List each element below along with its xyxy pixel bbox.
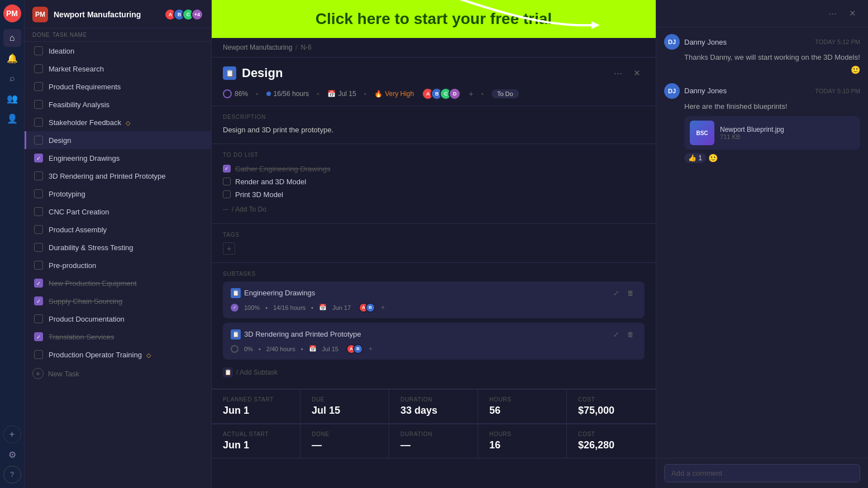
task-checkbox[interactable] xyxy=(34,261,43,270)
subtask-open-icon[interactable]: ⤢ xyxy=(610,328,622,341)
add-reaction-button[interactable]: 🙂 xyxy=(851,65,860,74)
comment-time: TODAY 5:10 PM xyxy=(815,88,860,94)
file-info: Newport Blueprint.jpg 711 KB xyxy=(720,126,784,140)
task-checkbox[interactable] xyxy=(34,118,43,127)
main-content: Click here to start your free trial Newp… xyxy=(212,0,656,488)
question-icon[interactable]: ? xyxy=(3,466,21,484)
add-todo-button[interactable]: — / Add To Do xyxy=(223,203,645,216)
more-options-icon[interactable]: ⋯ xyxy=(610,65,626,81)
task-checkbox[interactable] xyxy=(34,314,43,323)
app-logo[interactable]: PM xyxy=(3,4,21,22)
breadcrumb-project[interactable]: Newport Manufacturing xyxy=(223,44,292,51)
tags-block: TAGS + xyxy=(212,224,656,263)
task-item[interactable]: Product Assembly xyxy=(25,221,211,238)
settings-icon[interactable]: ⚙ xyxy=(3,446,21,463)
add-reaction-button[interactable]: 🙂 xyxy=(708,154,718,162)
promo-banner[interactable]: Click here to start your free trial xyxy=(212,0,656,38)
due-label: DUE xyxy=(312,396,378,403)
task-item[interactable]: Durability & Stress Testing xyxy=(25,238,211,256)
todo-item: Print 3D Model xyxy=(223,188,645,201)
subtask-delete-icon[interactable]: 🗑 xyxy=(624,287,637,299)
comment-input-area xyxy=(656,458,868,488)
task-checkbox[interactable]: ✓ xyxy=(34,279,43,288)
sidebar-close-icon[interactable]: ✕ xyxy=(845,6,860,21)
todo-checkbox[interactable] xyxy=(223,178,231,185)
bell-icon[interactable]: 🔔 xyxy=(3,49,21,67)
task-checkbox[interactable] xyxy=(34,225,43,234)
top-bar-icons: ⋯ ✕ xyxy=(610,65,645,81)
task-item[interactable]: ✓ Translation Services xyxy=(25,328,211,346)
task-item[interactable]: Pre-production xyxy=(25,256,211,274)
task-item[interactable]: 3D Rendering and Printed Prototype xyxy=(25,167,211,185)
planned-start-cell: PLANNED START Jun 1 xyxy=(212,390,301,423)
reaction-area: 👍 1 🙂 xyxy=(684,153,860,163)
reaction-badge[interactable]: 👍 1 xyxy=(684,153,706,163)
task-checkbox[interactable] xyxy=(34,189,43,198)
task-checkbox[interactable] xyxy=(34,100,43,109)
home-icon[interactable]: ⌂ xyxy=(3,29,21,47)
task-item[interactable]: ✓ Engineering Drawings xyxy=(25,149,211,167)
task-checkbox[interactable]: ✓ xyxy=(34,296,43,305)
task-checkbox[interactable] xyxy=(34,207,43,216)
new-task-button[interactable]: + New Task xyxy=(25,363,211,384)
task-avatar-4: D xyxy=(449,88,461,100)
task-item[interactable]: Ideation xyxy=(25,42,211,60)
actual-cost-label: COST xyxy=(578,431,645,437)
task-item[interactable]: Market Research xyxy=(25,60,211,78)
task-item[interactable]: Production Operator Training ◇ xyxy=(25,346,211,363)
file-size: 711 KB xyxy=(720,133,784,140)
subtask-open-icon[interactable]: ⤢ xyxy=(610,287,622,299)
comment-author: DJ Danny Jones xyxy=(664,83,727,99)
actual-done-value: — xyxy=(312,439,378,451)
todo-checkbox[interactable] xyxy=(223,190,231,198)
comment-input[interactable] xyxy=(664,464,860,482)
sidebar-more-icon[interactable]: ⋯ xyxy=(824,6,840,21)
due-cell: DUE Jul 15 xyxy=(301,390,389,423)
todo-checkbox[interactable]: ✓ xyxy=(223,165,231,173)
task-checkbox[interactable]: ✓ xyxy=(34,154,43,162)
users-icon[interactable]: 👥 xyxy=(3,89,21,107)
task-checkbox[interactable] xyxy=(34,64,43,73)
task-checkbox[interactable] xyxy=(34,136,43,145)
task-item[interactable]: Feasibility Analysis xyxy=(25,95,211,113)
task-checkbox[interactable]: ✓ xyxy=(34,332,43,341)
search-icon[interactable]: ⌕ xyxy=(3,69,21,87)
task-item[interactable]: Stakeholder Feedback ◇ xyxy=(25,113,211,131)
task-name: Market Research xyxy=(49,65,104,73)
close-icon[interactable]: ✕ xyxy=(629,65,645,81)
status-badge[interactable]: To Do xyxy=(492,89,519,98)
description-label: DESCRIPTION xyxy=(223,114,645,120)
task-item[interactable]: Prototyping xyxy=(25,185,211,203)
subtask-sep-2: • xyxy=(301,346,303,352)
task-checkbox[interactable] xyxy=(34,350,43,359)
add-assignee-button[interactable]: + xyxy=(469,89,473,98)
add-tag-button[interactable]: + xyxy=(223,242,235,255)
add-icon[interactable]: + xyxy=(3,425,21,443)
actual-duration-label: DURATION xyxy=(400,431,466,437)
add-todo-icon: — xyxy=(223,206,228,212)
task-item[interactable]: Design xyxy=(25,131,211,149)
task-list-panel: PM Newport Manufacturing A B C +4 DONE T… xyxy=(25,0,212,488)
task-checkbox[interactable] xyxy=(34,46,43,55)
task-item[interactable]: Product Requirements xyxy=(25,78,211,95)
actual-duration-value: — xyxy=(400,439,466,451)
task-name: Translation Services xyxy=(49,333,114,341)
planned-start-value: Jun 1 xyxy=(223,405,289,417)
task-item[interactable]: CNC Part Creation xyxy=(25,203,211,221)
subtask-name: 3D Rendering and Printed Prototype xyxy=(244,330,361,338)
task-checkbox[interactable] xyxy=(34,243,43,252)
add-subtask-button[interactable]: 📋 / Add Subtask xyxy=(223,364,645,381)
tags-area: + xyxy=(223,242,645,255)
col-done-header: DONE xyxy=(32,32,53,38)
task-item[interactable]: ✓ New Production Equipment xyxy=(25,274,211,292)
subtask-add-assignee[interactable]: + xyxy=(369,345,373,353)
task-item[interactable]: Product Documentation xyxy=(25,310,211,328)
new-task-label: New Task xyxy=(48,370,79,378)
task-checkbox[interactable] xyxy=(34,82,43,91)
person-icon[interactable]: 👤 xyxy=(3,109,21,127)
subtask-add-assignee[interactable]: + xyxy=(381,304,385,312)
subtask-sep-1: • xyxy=(259,346,261,352)
task-item[interactable]: ✓ Supply Chain Sourcing xyxy=(25,292,211,310)
subtask-delete-icon[interactable]: 🗑 xyxy=(624,328,637,341)
task-checkbox[interactable] xyxy=(34,171,43,180)
